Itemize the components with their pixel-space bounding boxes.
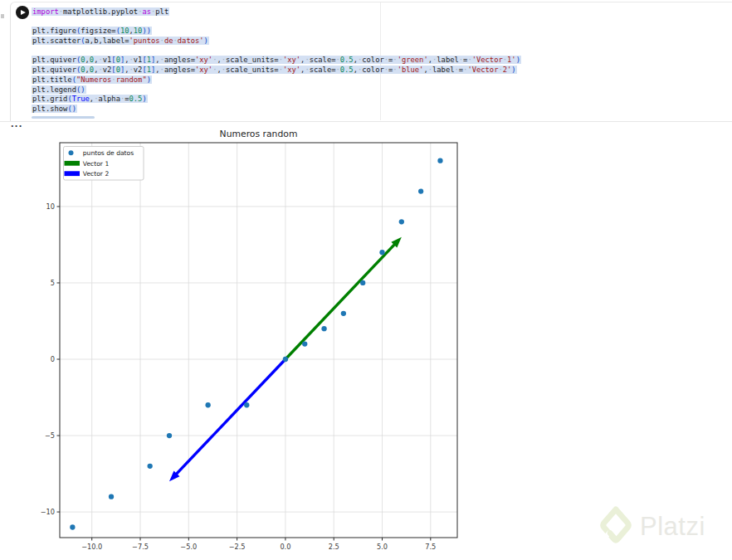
notebook-page: { "editor": { "run_button_label": "run-c… xyxy=(0,0,732,560)
svg-text:5: 5 xyxy=(51,279,55,287)
code-line[interactable]: plt.legend() xyxy=(32,85,720,95)
svg-text:−10: −10 xyxy=(41,508,55,516)
svg-text:−7.5: −7.5 xyxy=(132,543,149,551)
vector-arrow-2 xyxy=(169,359,285,481)
svg-text:puntos de datos: puntos de datos xyxy=(83,149,134,157)
svg-text:5.0: 5.0 xyxy=(377,543,388,551)
y-axis: 1050−5−10 xyxy=(41,202,60,516)
code-editor[interactable]: import·matplotlib.pyplot·as·plt plt.figu… xyxy=(32,7,720,114)
svg-text:Vector 1: Vector 1 xyxy=(83,160,110,168)
svg-text:7.5: 7.5 xyxy=(425,543,436,551)
code-line[interactable]: plt.quiver(0,0,·v1[0],·v1[1],·angles='xy… xyxy=(32,56,720,66)
cell-bottom-border xyxy=(0,121,732,122)
code-line[interactable]: plt.figure(figsize=(10,10)) xyxy=(32,27,720,37)
svg-text:−5: −5 xyxy=(45,431,55,440)
plot-frame xyxy=(60,143,457,538)
scatter-points xyxy=(70,158,442,530)
code-line[interactable]: plt.title("Numeros·random") xyxy=(32,75,720,85)
svg-text:10: 10 xyxy=(46,202,55,211)
play-icon xyxy=(21,10,26,15)
horizontal-scrollbar[interactable] xyxy=(32,116,95,119)
x-axis: −10.0−7.5−5.0−2.50.02.55.07.5 xyxy=(81,538,436,551)
svg-text:0.0: 0.0 xyxy=(280,543,290,551)
chart-title: Numeros random xyxy=(220,129,298,139)
code-line[interactable] xyxy=(32,46,720,56)
code-line[interactable]: plt.show() xyxy=(32,105,720,114)
code-line[interactable] xyxy=(32,17,720,27)
svg-text:−10.0: −10.0 xyxy=(81,543,102,551)
chart-legend: puntos de datosVector 1Vector 2 xyxy=(64,147,144,181)
matplotlib-output-plot: −10.0−7.5−5.0−2.50.02.55.07.51050−5−10Nu… xyxy=(0,124,732,560)
code-line[interactable]: plt.grid(True,·alpha·=0.5) xyxy=(32,95,720,105)
watermark-text: Platzi xyxy=(640,514,705,539)
run-cell-button[interactable] xyxy=(16,6,29,19)
svg-text:−2.5: −2.5 xyxy=(229,543,246,551)
code-line[interactable]: plt.quiver(0,0,·v2[0],·v2[1],·angles='xy… xyxy=(32,66,720,75)
code-line[interactable]: import·matplotlib.pyplot·as·plt xyxy=(32,7,720,17)
platzi-watermark: Platzi xyxy=(599,505,705,547)
svg-text:−5.0: −5.0 xyxy=(180,543,197,551)
svg-text:0: 0 xyxy=(51,355,55,363)
code-line[interactable]: plt.scatter(a,b,label='puntos·de·datos') xyxy=(32,37,720,46)
vector-arrow-1 xyxy=(285,237,402,359)
grid-lines xyxy=(60,143,457,538)
platzi-logo-icon xyxy=(599,505,632,547)
svg-text:Vector 2: Vector 2 xyxy=(83,170,110,178)
svg-text:2.5: 2.5 xyxy=(329,543,339,551)
cell-drag-handle[interactable] xyxy=(1,14,4,18)
